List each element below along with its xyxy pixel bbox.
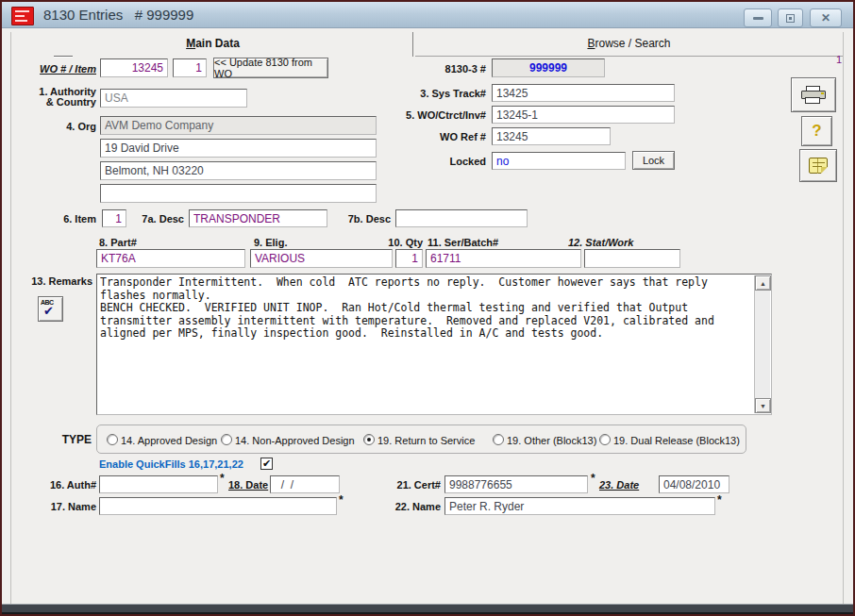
date23-label: 23. Date <box>599 479 639 491</box>
tab-underline <box>415 56 843 57</box>
radio-approved-design-label: 14. Approved Design <box>121 435 217 446</box>
org-city-input[interactable] <box>100 161 377 180</box>
cert21-input[interactable] <box>444 475 588 493</box>
wo-ctrct-inv-input[interactable] <box>492 106 675 124</box>
scroll-down-button[interactable]: ▼ <box>755 398 771 413</box>
ser11-input[interactable] <box>426 249 581 268</box>
quickfills-checkbox[interactable]: ✔ <box>260 458 273 470</box>
maximize-button[interactable] <box>778 8 803 27</box>
wo-item-label: WO # / Item <box>9 63 96 75</box>
type-groupbox: 14. Approved Design 14. Non-Approved Des… <box>96 425 746 454</box>
radio-other-block13-label: 19. Other (Block13) <box>507 435 596 446</box>
app-window: 8130 Entries # 999999 ✕ Main Data Browse… <box>0 0 855 616</box>
notes-icon <box>809 158 828 174</box>
part8-input[interactable] <box>96 249 245 268</box>
qty10-input[interactable] <box>395 249 423 268</box>
collapse-dash-icon[interactable] <box>54 56 73 58</box>
locked-label: Locked <box>379 156 486 167</box>
name22-label: 22. Name <box>356 501 441 512</box>
8130-3-number-field: 999999 <box>492 58 605 77</box>
tab-browse-search-label: Browse / Search <box>587 37 670 50</box>
help-button[interactable]: ? <box>801 116 832 146</box>
auth16-label: 16. Auth# <box>9 479 96 491</box>
print-button[interactable] <box>791 77 836 112</box>
stat12-input[interactable] <box>584 249 680 268</box>
name22-input[interactable] <box>444 497 715 515</box>
remarks-text: Transponder Intermittent. When cold ATC … <box>100 276 752 412</box>
authority-country-input[interactable] <box>100 89 247 108</box>
sys-track-input[interactable] <box>492 84 675 102</box>
tab-main-data[interactable]: Main Data <box>13 32 412 56</box>
radio-return-to-service-label: 19. Return to Service <box>377 435 475 446</box>
wo-ref-label: WO Ref # <box>379 131 486 142</box>
item6-label: 6. Item <box>30 213 96 225</box>
org-address-input[interactable] <box>100 139 377 158</box>
close-icon: ✕ <box>821 11 830 25</box>
elig9-input[interactable] <box>250 249 393 268</box>
cert21-required-marker: * <box>591 472 595 485</box>
tab-main-data-label: Main Data <box>186 37 240 50</box>
name17-label: 17. Name <box>9 501 96 512</box>
date23-input[interactable] <box>659 475 729 493</box>
pane-left-edge <box>10 32 11 604</box>
tab-divider <box>412 32 413 57</box>
radio-dual-release-block13-label: 19. Dual Release (Block13) <box>613 435 740 446</box>
authority-label: 1. Authority& Country <box>9 87 96 108</box>
name17-input[interactable] <box>99 497 337 515</box>
cert21-label: 21. Cert# <box>356 479 441 491</box>
spellcheck-button[interactable]: ABC ✔ <box>38 296 63 322</box>
printer-icon <box>801 86 826 105</box>
wo-ctrct-inv-label: 5. WO/Ctrct/Inv# <box>379 109 486 121</box>
record-page-indicator: 1 <box>827 54 842 65</box>
name22-required-marker: * <box>717 493 722 507</box>
desc7b-input[interactable] <box>395 209 528 227</box>
stat12-label: 12. Stat/Work <box>568 237 634 248</box>
radio-dual-release-block13[interactable] <box>599 434 611 445</box>
notes-button[interactable] <box>799 149 837 182</box>
org-label: 4. Org <box>9 121 96 132</box>
desc7b-label: 7b. Desc <box>323 213 391 225</box>
minimize-icon <box>753 17 763 20</box>
remarks-textarea[interactable]: Transponder Intermittent. When cold ATC … <box>96 274 772 415</box>
radio-approved-design[interactable] <box>107 434 118 445</box>
part8-label: 8. Part# <box>99 237 137 248</box>
date18-input[interactable] <box>270 475 340 493</box>
locked-input[interactable] <box>492 152 626 170</box>
radio-return-to-service[interactable] <box>363 434 375 445</box>
close-button[interactable]: ✕ <box>810 8 842 27</box>
tab-browse-search[interactable]: Browse / Search <box>415 32 843 56</box>
type-label: TYPE <box>30 433 92 446</box>
remarks-scrollbar[interactable]: ▲ ▼ <box>754 275 770 413</box>
checkmark-icon: ✔ <box>262 458 271 469</box>
org-name-input[interactable] <box>100 116 377 135</box>
scroll-up-button[interactable]: ▲ <box>755 275 771 291</box>
ser11-label: 11. Ser/Batch# <box>428 237 498 248</box>
scroll-up-icon: ▲ <box>760 280 766 287</box>
desc7a-label: 7a. Desc <box>115 213 184 225</box>
bottom-frame-edge <box>2 612 853 614</box>
auth16-required-marker: * <box>220 472 225 485</box>
date18-label: 18. Date <box>228 479 268 491</box>
qty10-label: 10. Qty <box>376 237 423 248</box>
spellcheck-abc-icon: ABC ✔ <box>39 297 62 321</box>
enable-quickfills-label[interactable]: Enable QuickFills 16,17,21,22 <box>99 458 243 470</box>
auth16-input[interactable] <box>99 475 218 493</box>
desc7a-input[interactable] <box>189 209 327 227</box>
org-extra-input[interactable] <box>100 184 377 203</box>
wo-item-input[interactable] <box>173 58 207 77</box>
wo-ref-input[interactable] <box>492 127 611 145</box>
elig9-label: 9. Elig. <box>254 237 287 248</box>
radio-non-approved-design[interactable] <box>221 434 232 445</box>
lock-button[interactable]: Lock <box>632 151 675 170</box>
radio-other-block13[interactable] <box>493 434 504 445</box>
radio-non-approved-design-label: 14. Non-Approved Design <box>235 435 355 446</box>
remarks-label: 13. Remarks <box>9 275 92 287</box>
minimize-button[interactable] <box>744 8 772 27</box>
wo-number-input[interactable] <box>100 58 168 77</box>
update-8130-from-wo-button[interactable]: << Update 8130 from WO <box>213 58 328 78</box>
bottom-frame-strip <box>2 605 853 612</box>
maximize-icon <box>786 14 795 23</box>
form-content: Main Data Browse / Search 1 WO # / Item … <box>2 28 853 604</box>
title-bar[interactable]: 8130 Entries # 999999 ✕ <box>2 2 853 28</box>
8130-3-label: 8130-3 # <box>379 63 486 75</box>
